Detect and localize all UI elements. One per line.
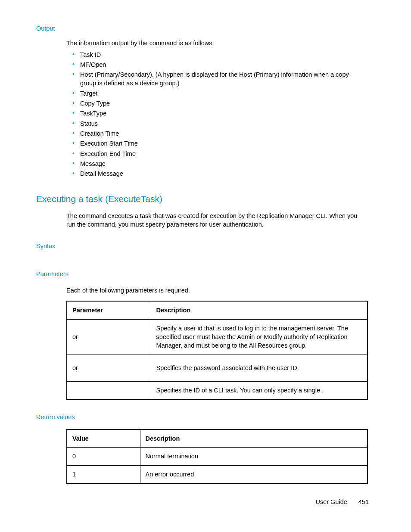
param-cell: or — [67, 319, 151, 355]
list-item: Creation Time — [72, 129, 366, 138]
table-header-row: Value Description — [67, 429, 367, 448]
desc-cell: Normal termination — [140, 448, 367, 465]
param-cell — [67, 381, 151, 399]
param-cell: or — [67, 355, 151, 381]
list-item: Detail Message — [72, 169, 366, 178]
list-item: Target — [72, 89, 366, 98]
page-number: 451 — [358, 498, 369, 505]
output-list: Task ID MF/Open Host (Primary/Secondary)… — [72, 50, 366, 178]
page-footer: User Guide 451 — [315, 498, 369, 506]
list-item: Status — [72, 119, 366, 128]
desc-cell: Specifies the ID of a CLI task. You can … — [151, 381, 367, 399]
list-item: Execution Start Time — [72, 139, 366, 148]
output-intro-prefix: The information output by the — [66, 40, 149, 47]
table-header-row: Parameter Description — [67, 301, 367, 319]
parameters-heading: Parameters — [36, 270, 369, 278]
syntax-heading: Syntax — [36, 242, 369, 250]
return-col-value: Value — [67, 429, 140, 448]
document-page: Output The information output by the com… — [0, 0, 411, 484]
list-item: MF/Open — [72, 60, 366, 69]
output-heading: Output — [36, 24, 369, 33]
desc-cell: Specify a user id that is used to log in… — [151, 319, 367, 355]
table-row: 1 An error occurred — [67, 465, 367, 483]
list-item: Task ID — [72, 50, 366, 59]
output-intro-suffix: command is as follows: — [149, 40, 214, 47]
value-cell: 0 — [67, 448, 140, 465]
parameters-col-parameter: Parameter — [67, 301, 151, 319]
table-row: Specifies the ID of a CLI task. You can … — [67, 381, 367, 399]
table-row: or Specifies the password associated wit… — [67, 355, 367, 381]
list-item: Message — [72, 159, 366, 168]
parameters-col-description: Description — [151, 301, 367, 319]
output-intro: The information output by the command is… — [66, 39, 366, 47]
list-item: Execution End Time — [72, 149, 366, 158]
return-values-heading: Return values — [36, 413, 369, 421]
list-item: TaskType — [72, 109, 366, 118]
output-section: The information output by the command is… — [66, 39, 366, 178]
execute-task-heading: Executing a task (ExecuteTask) — [36, 193, 369, 205]
list-item: Copy Type — [72, 99, 366, 108]
parameters-intro: Each of the following parameters is requ… — [66, 286, 366, 295]
list-item: Host (Primary/Secondary). (A hyphen is d… — [72, 70, 366, 88]
table-row: or Specify a user id that is used to log… — [67, 319, 367, 355]
execute-task-paragraph: The command executes a task that was cre… — [66, 212, 366, 229]
parameters-table: Parameter Description or Specify a user … — [66, 301, 368, 399]
desc-cell: Specifies the password associated with t… — [151, 355, 367, 381]
return-values-table: Value Description 0 Normal termination 1… — [66, 429, 368, 484]
footer-label: User Guide — [315, 498, 347, 505]
return-col-description: Description — [140, 429, 367, 448]
table-row: 0 Normal termination — [67, 448, 367, 465]
value-cell: 1 — [67, 465, 140, 483]
desc-cell: An error occurred — [140, 465, 367, 483]
